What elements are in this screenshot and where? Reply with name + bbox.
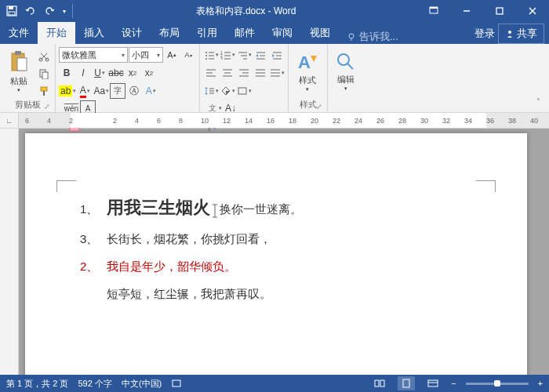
tab-insert[interactable]: 插入 bbox=[75, 22, 113, 44]
zoom-in-icon[interactable]: + bbox=[538, 379, 543, 388]
word-count[interactable]: 592 个字 bbox=[78, 378, 111, 390]
numbering-button[interactable]: 123 bbox=[220, 47, 235, 63]
svg-point-67 bbox=[338, 54, 349, 65]
font-color-button[interactable]: A bbox=[77, 83, 93, 99]
tab-mail[interactable]: 邮件 bbox=[226, 22, 264, 44]
char-shading-button[interactable]: A bbox=[143, 83, 158, 99]
statusbar: 第 1 页，共 2 页 592 个字 中文(中国) − + bbox=[0, 375, 549, 392]
page-viewport[interactable]: 1、 用我三生烟火换你一世迷离。3、 长街长，烟花繁，你挑灯回看，2、 我自是年… bbox=[19, 129, 549, 375]
web-layout-icon[interactable] bbox=[424, 376, 442, 390]
language-status[interactable]: 中文(中国) bbox=[122, 378, 162, 390]
align-distribute-icon[interactable] bbox=[269, 65, 285, 81]
bullets-button[interactable] bbox=[203, 47, 219, 63]
bold-button[interactable]: B bbox=[59, 65, 75, 81]
read-mode-icon[interactable] bbox=[371, 376, 388, 390]
font-size-combo[interactable]: 小四▾ bbox=[129, 47, 163, 63]
align-center-icon[interactable] bbox=[220, 65, 235, 81]
char-border-icon[interactable]: 字 bbox=[110, 83, 125, 99]
svg-rect-19 bbox=[41, 87, 47, 91]
minimize-icon[interactable] bbox=[450, 0, 483, 22]
tab-review[interactable]: 审阅 bbox=[264, 22, 301, 44]
save-icon[interactable] bbox=[3, 2, 20, 20]
line-spacing-icon[interactable] bbox=[203, 83, 219, 99]
svg-text:A: A bbox=[298, 53, 311, 72]
document-line[interactable]: 1、 用我三生烟火换你一世迷离。 bbox=[80, 196, 472, 220]
shading-button[interactable] bbox=[220, 83, 235, 99]
zoom-slider[interactable] bbox=[466, 383, 529, 385]
strike-button[interactable]: abc bbox=[108, 65, 124, 81]
document-line[interactable]: 短亭短，红尘辗，我把萧再叹。 bbox=[80, 287, 472, 302]
highlight-button[interactable]: ab bbox=[59, 83, 76, 99]
italic-button[interactable]: I bbox=[75, 65, 91, 81]
multilevel-button[interactable] bbox=[236, 47, 252, 63]
window-title: 表格和内容.docx - Word bbox=[75, 5, 417, 18]
tab-home[interactable]: 开始 bbox=[38, 22, 75, 44]
collapse-ribbon-icon[interactable]: ˄ bbox=[530, 93, 546, 109]
subscript-button[interactable]: x2 bbox=[125, 65, 140, 81]
document-line[interactable]: 2、 我自是年少，韶华倾负。 bbox=[80, 260, 472, 274]
svg-rect-13 bbox=[15, 51, 21, 55]
lightbulb-icon bbox=[347, 32, 356, 42]
close-icon[interactable] bbox=[516, 0, 549, 22]
print-layout-icon[interactable] bbox=[398, 376, 415, 390]
svg-rect-14 bbox=[17, 58, 27, 71]
styles-icon: A bbox=[296, 51, 318, 73]
proofing-icon[interactable] bbox=[171, 378, 182, 389]
editing-button[interactable]: 编辑 ▾ bbox=[331, 45, 361, 97]
redo-icon[interactable] bbox=[41, 2, 58, 20]
maximize-icon[interactable] bbox=[483, 0, 516, 22]
document-page[interactable]: 1、 用我三生烟火换你一世迷离。3、 长街长，烟花繁，你挑灯回看，2、 我自是年… bbox=[25, 133, 527, 375]
ribbon: 粘贴 ▾ 剪贴板⤢ 微软雅黑▾ 小四▾ A▴ A▾ B I U abc bbox=[0, 44, 549, 113]
vertical-ruler[interactable] bbox=[0, 129, 19, 375]
copy-icon[interactable] bbox=[36, 66, 52, 82]
paste-button[interactable]: 粘贴 ▾ bbox=[3, 45, 35, 97]
group-styles: A 样式 ▾ 样式⤢ bbox=[289, 44, 328, 112]
svg-rect-6 bbox=[496, 8, 503, 14]
svg-line-68 bbox=[347, 64, 353, 69]
tab-selector[interactable]: ∟ bbox=[0, 113, 19, 128]
page-count[interactable]: 第 1 页，共 2 页 bbox=[6, 378, 68, 390]
qat-dropdown-icon[interactable]: ▾ bbox=[60, 2, 69, 20]
svg-text:文: 文 bbox=[209, 103, 216, 112]
align-justify-icon[interactable] bbox=[253, 65, 268, 81]
ribbon-options-icon[interactable] bbox=[417, 0, 450, 22]
align-right-icon[interactable] bbox=[236, 65, 252, 81]
tab-references[interactable]: 引用 bbox=[188, 22, 226, 44]
styles-dialog-icon[interactable]: ⤢ bbox=[316, 103, 322, 111]
change-case-button[interactable]: Aa bbox=[93, 83, 109, 99]
tab-design[interactable]: 设计 bbox=[113, 22, 151, 44]
login-link[interactable]: 登录 bbox=[474, 27, 495, 41]
styles-button[interactable]: A 样式 ▾ bbox=[292, 45, 323, 97]
clipboard-dialog-icon[interactable]: ⤢ bbox=[44, 103, 50, 111]
svg-rect-2 bbox=[9, 12, 15, 15]
grow-font-icon[interactable]: A▴ bbox=[164, 47, 180, 63]
tab-view[interactable]: 视图 bbox=[301, 22, 339, 44]
increase-indent-icon[interactable] bbox=[269, 47, 285, 63]
shrink-font-icon[interactable]: A▾ bbox=[180, 47, 196, 63]
underline-button[interactable]: U bbox=[92, 65, 107, 81]
undo-icon[interactable] bbox=[22, 2, 39, 20]
superscript-button[interactable]: x2 bbox=[141, 65, 157, 81]
svg-rect-73 bbox=[375, 380, 379, 387]
enclosed-char-icon[interactable]: Ⓐ bbox=[126, 83, 142, 99]
font-name-combo[interactable]: 微软雅黑▾ bbox=[59, 47, 128, 63]
svg-point-26 bbox=[205, 58, 207, 60]
tab-layout[interactable]: 布局 bbox=[151, 22, 188, 44]
borders-button[interactable] bbox=[236, 83, 252, 99]
document-line[interactable]: 3、 长街长，烟花繁，你挑灯回看， bbox=[80, 232, 472, 247]
svg-rect-74 bbox=[380, 380, 384, 387]
decrease-indent-icon[interactable] bbox=[253, 47, 268, 63]
format-painter-icon[interactable] bbox=[36, 83, 52, 99]
tab-file[interactable]: 文件 bbox=[0, 22, 38, 44]
group-editing: 编辑 ▾ bbox=[328, 44, 364, 112]
align-left-icon[interactable] bbox=[203, 65, 219, 81]
share-button[interactable]: 共享 bbox=[498, 24, 544, 44]
svg-rect-18 bbox=[42, 72, 48, 79]
svg-point-11 bbox=[508, 31, 511, 34]
cut-icon[interactable] bbox=[36, 49, 52, 64]
tell-me[interactable]: 告诉我... bbox=[339, 30, 474, 44]
zoom-out-icon[interactable]: − bbox=[451, 379, 456, 388]
svg-point-24 bbox=[205, 55, 207, 56]
group-clipboard: 粘贴 ▾ 剪贴板⤢ bbox=[0, 44, 56, 112]
svg-rect-76 bbox=[428, 380, 438, 387]
